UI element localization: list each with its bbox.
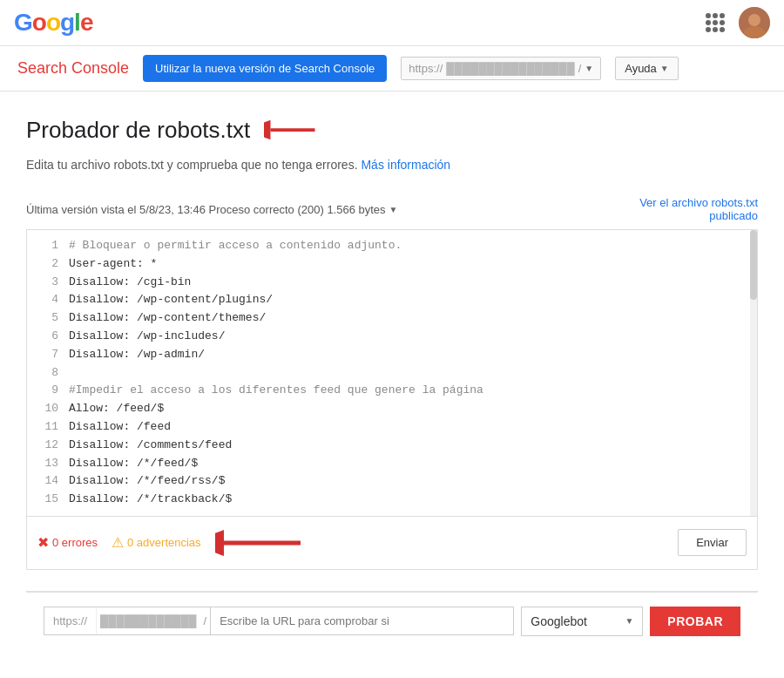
code-line: 9#Impedir el acceso a los diferentes fee… bbox=[27, 382, 757, 400]
status-items: ✖ 0 errores ⚠ 0 advertencias bbox=[37, 527, 302, 559]
code-lines[interactable]: 1# Bloquear o permitir acceso a contenid… bbox=[27, 230, 757, 516]
enviar-button[interactable]: Enviar bbox=[678, 529, 747, 556]
search-console-link[interactable]: Search Console bbox=[17, 59, 129, 78]
status-arrow bbox=[215, 527, 302, 559]
code-line: 14Disallow: /*/feed/rss/$ bbox=[27, 472, 757, 491]
status-bar: ✖ 0 errores ⚠ 0 advertencias bbox=[26, 517, 758, 570]
bot-chevron-icon: ▼ bbox=[625, 616, 633, 626]
status-red-arrow-icon bbox=[215, 527, 302, 559]
new-version-button[interactable]: Utilizar la nueva versión de Search Cons… bbox=[143, 55, 387, 82]
scrollbar-track[interactable] bbox=[750, 230, 757, 516]
code-line: 3Disallow: /cgi-bin bbox=[27, 274, 757, 292]
version-info: Última versión vista el 5/8/23, 13:46 Pr… bbox=[26, 203, 398, 216]
test-bar: https:// ████████████ / Googlebot ▼ PROB… bbox=[26, 591, 758, 650]
sub-header: Search Console Utilizar la nueva versión… bbox=[0, 46, 784, 92]
code-line: 4Disallow: /wp-content/plugins/ bbox=[27, 291, 757, 309]
test-url-prefix: https:// bbox=[44, 607, 97, 634]
code-line: 13Disallow: /*/feed/$ bbox=[27, 455, 757, 473]
code-line: 11Disallow: /feed bbox=[27, 418, 757, 437]
page-title: Probador de robots.txt bbox=[26, 117, 250, 144]
google-logo: Google bbox=[14, 9, 92, 37]
info-bar: Última versión vista el 5/8/23, 13:46 Pr… bbox=[26, 189, 758, 229]
url-suffix: / bbox=[578, 62, 582, 75]
url-path-input[interactable] bbox=[211, 607, 514, 635]
code-line: 7Disallow: /wp-admin/ bbox=[27, 346, 757, 364]
view-robots-link[interactable]: Ver el archivo robots.txt publicado bbox=[639, 196, 758, 222]
more-info-link[interactable]: Más información bbox=[361, 158, 450, 172]
code-line: 1# Bloquear o permitir acceso a contenid… bbox=[27, 237, 757, 255]
code-line: 5Disallow: /wp-content/themes/ bbox=[27, 309, 757, 328]
scrollbar-thumb[interactable] bbox=[750, 230, 757, 300]
code-editor[interactable]: 1# Bloquear o permitir acceso a contenid… bbox=[26, 229, 758, 517]
top-bar-right bbox=[706, 7, 770, 38]
apps-grid-icon[interactable] bbox=[706, 13, 725, 32]
top-header: Google bbox=[0, 0, 784, 46]
code-line: 2User-agent: * bbox=[27, 255, 757, 274]
warning-status: ⚠ 0 advertencias bbox=[112, 534, 201, 551]
page-title-area: Probador de robots.txt bbox=[26, 112, 758, 147]
code-line: 6Disallow: /wp-includes/ bbox=[27, 328, 757, 346]
code-editor-wrapper: 1# Bloquear o permitir acceso a contenid… bbox=[26, 229, 758, 570]
code-line: 10Allow: /feed/$ bbox=[27, 400, 757, 418]
ayuda-chevron-icon: ▼ bbox=[660, 64, 669, 73]
ayuda-button[interactable]: Ayuda ▼ bbox=[615, 57, 679, 80]
avatar[interactable] bbox=[739, 7, 770, 38]
warning-icon: ⚠ bbox=[112, 534, 124, 551]
dropdown-chevron-icon: ▼ bbox=[389, 205, 398, 214]
code-line: 15Disallow: /*/trackback/$ bbox=[27, 491, 757, 509]
probar-button[interactable]: PROBAR bbox=[650, 607, 740, 636]
code-line: 12Disallow: /comments/feed bbox=[27, 437, 757, 455]
error-icon: ✖ bbox=[37, 534, 49, 551]
url-display: https:// bbox=[409, 62, 443, 75]
error-status: ✖ 0 errores bbox=[37, 534, 98, 551]
red-arrow-icon bbox=[264, 112, 316, 147]
code-line: 8 bbox=[27, 364, 757, 383]
url-input-group: https:// ████████████ / bbox=[44, 607, 211, 635]
url-selector[interactable]: https:// ████████████████ / ▼ bbox=[401, 57, 601, 80]
main-content: Probador de robots.txt Edita tu archivo … bbox=[0, 92, 784, 671]
chevron-down-icon: ▼ bbox=[585, 64, 593, 73]
bot-selector[interactable]: Googlebot ▼ bbox=[521, 607, 643, 636]
description: Edita tu archivo robots.txt y comprueba … bbox=[26, 158, 758, 172]
svg-point-1 bbox=[748, 14, 760, 26]
title-arrow bbox=[264, 112, 316, 147]
